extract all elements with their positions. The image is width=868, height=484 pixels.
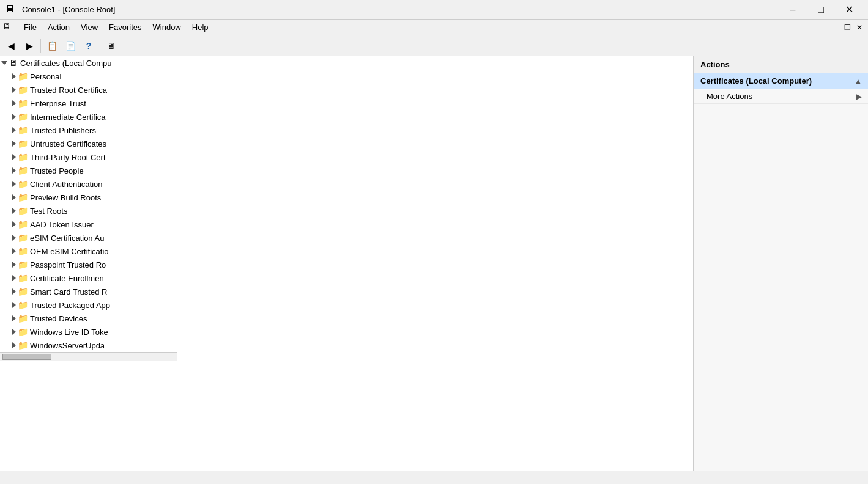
tree-label-aad: AAD Token Issuer	[30, 220, 94, 229]
chevron-right-icon: ▶	[856, 92, 862, 101]
menu-view[interactable]: View	[75, 21, 103, 34]
tree-label-trusted-root: Trusted Root Certifica	[30, 86, 107, 95]
tree-item-trusted-publishers[interactable]: Trusted Publishers	[0, 123, 177, 137]
tree-item-third-party[interactable]: Third-Party Root Cert	[0, 150, 177, 164]
root-expand-icon[interactable]	[1, 61, 7, 65]
tree-item-oem-esim[interactable]: OEM eSIM Certificatio	[0, 244, 177, 258]
forward-icon: ▶	[26, 41, 33, 51]
folder-icon-win-live	[18, 327, 28, 337]
tree-item-client-auth[interactable]: Client Authentication	[0, 177, 177, 191]
tree-label-preview: Preview Build Roots	[30, 193, 101, 202]
tree-item-enterprise-trust[interactable]: Enterprise Trust	[0, 97, 177, 110]
folder-icon-aad	[18, 219, 28, 229]
actions-section-label: Certificates (Local Computer)	[700, 76, 812, 86]
expand-icon-third-party[interactable]	[12, 154, 16, 160]
expand-icon-aad[interactable]	[12, 221, 16, 227]
show-hide-icon: 📋	[47, 41, 57, 51]
tree-item-trusted-devices[interactable]: Trusted Devices	[0, 312, 177, 325]
expand-icon-oem[interactable]	[12, 248, 16, 254]
expand-icon-smart-card[interactable]	[12, 288, 16, 295]
tree-item-windows-server[interactable]: WindowsServerUpda	[0, 339, 177, 352]
expand-icon-untrusted[interactable]	[12, 141, 16, 147]
expand-icon-test[interactable]	[12, 208, 16, 214]
chevron-up-icon: ▲	[855, 77, 862, 86]
tree-label-third-party: Third-Party Root Cert	[30, 153, 106, 162]
expand-icon-trusted-people[interactable]	[12, 167, 16, 174]
export-button[interactable]: 📄	[62, 38, 79, 54]
folder-icon-cert-enroll	[18, 273, 28, 283]
expand-icon-esim[interactable]	[12, 235, 16, 241]
expand-icon-preview[interactable]	[12, 194, 16, 200]
tree-label-win-server: WindowsServerUpda	[30, 341, 105, 350]
maximize-button[interactable]: □	[807, 0, 835, 20]
tree-panel[interactable]: 🖥 Certificates (Local Compu Personal Tru…	[0, 56, 177, 471]
tree-item-esim[interactable]: eSIM Certification Au	[0, 231, 177, 244]
tree-label-enterprise: Enterprise Trust	[30, 99, 86, 108]
menu-window[interactable]: Window	[147, 21, 187, 34]
folder-icon-trusted-people	[18, 166, 28, 175]
tree-item-aad-token[interactable]: AAD Token Issuer	[0, 218, 177, 231]
close-button[interactable]: ✕	[835, 0, 863, 20]
mdi-close-button[interactable]: ✕	[853, 21, 866, 34]
expand-icon-win-live[interactable]	[12, 329, 16, 335]
actions-section-header-certs[interactable]: Certificates (Local Computer) ▲	[694, 73, 868, 89]
folder-icon-win-server	[18, 340, 28, 350]
console-button[interactable]: 🖥	[103, 38, 120, 54]
title-bar-title: Console1 - [Console Root]	[22, 5, 115, 14]
toolbar: ◀ ▶ 📋 📄 ? 🖥	[0, 35, 868, 56]
tree-item-trusted-packaged[interactable]: Trusted Packaged App	[0, 298, 177, 312]
tree-label-intermediate: Intermediate Certifica	[30, 112, 106, 122]
menu-action[interactable]: Action	[42, 21, 75, 34]
tree-hscroll[interactable]	[0, 352, 177, 361]
menu-help[interactable]: Help	[187, 21, 214, 34]
back-icon: ◀	[8, 41, 15, 51]
tree-root-item[interactable]: 🖥 Certificates (Local Compu	[0, 56, 177, 70]
expand-icon-trusted-dev[interactable]	[12, 315, 16, 321]
tree-item-trusted-people[interactable]: Trusted People	[0, 164, 177, 177]
folder-icon-personal	[18, 72, 28, 81]
expand-icon-cert-enroll[interactable]	[12, 275, 16, 281]
mdi-restore-button[interactable]: ❐	[841, 21, 853, 34]
mdi-minimize-button[interactable]: –	[829, 21, 841, 34]
minimize-button[interactable]: –	[779, 0, 807, 20]
tree-item-trusted-root[interactable]: Trusted Root Certifica	[0, 83, 177, 97]
tree-item-cert-enrollment[interactable]: Certificate Enrollmen	[0, 271, 177, 285]
expand-icon-win-server[interactable]	[12, 342, 16, 348]
expand-icon-intermediate[interactable]	[12, 114, 16, 120]
tree-item-test-roots[interactable]: Test Roots	[0, 204, 177, 218]
hscroll-thumb[interactable]	[2, 354, 51, 360]
folder-icon-oem	[18, 246, 28, 256]
title-bar: 🖥 Console1 - [Console Root] – □ ✕	[0, 0, 868, 20]
expand-icon-enterprise[interactable]	[12, 100, 16, 106]
folder-icon-trusted-dev	[18, 314, 28, 323]
folder-icon-test	[18, 206, 28, 216]
folder-icon-trusted-pub	[18, 125, 28, 135]
tree-item-smart-card[interactable]: Smart Card Trusted R	[0, 285, 177, 298]
tree-label-oem: OEM eSIM Certificatio	[30, 247, 109, 256]
tree-label-trusted-pkg: Trusted Packaged App	[30, 301, 110, 310]
tree-item-windows-live[interactable]: Windows Live ID Toke	[0, 325, 177, 339]
expand-icon-trusted-pub[interactable]	[12, 127, 16, 133]
back-button[interactable]: ◀	[2, 38, 20, 54]
help-button[interactable]: ?	[80, 38, 97, 54]
folder-icon-trusted-pkg	[18, 300, 28, 310]
menu-favorites[interactable]: Favorites	[103, 21, 147, 34]
show-hide-button[interactable]: 📋	[43, 38, 61, 54]
tree-item-intermediate[interactable]: Intermediate Certifica	[0, 110, 177, 123]
tree-item-untrusted[interactable]: Untrusted Certificates	[0, 137, 177, 150]
tree-label-trusted-people: Trusted People	[30, 166, 84, 175]
expand-icon-personal[interactable]	[12, 73, 16, 79]
tree-item-passpoint[interactable]: Passpoint Trusted Ro	[0, 258, 177, 271]
menu-file[interactable]: File	[18, 21, 42, 34]
tree-item-preview-build[interactable]: Preview Build Roots	[0, 191, 177, 204]
folder-icon-enterprise	[18, 98, 28, 108]
folder-icon-smart-card	[18, 287, 28, 296]
forward-button[interactable]: ▶	[21, 38, 38, 54]
toolbar-separator-2	[100, 39, 100, 53]
expand-icon-trusted-root[interactable]	[12, 87, 16, 93]
expand-icon-trusted-pkg[interactable]	[12, 302, 16, 308]
expand-icon-passpoint[interactable]	[12, 262, 16, 268]
expand-icon-client-auth[interactable]	[12, 181, 16, 187]
tree-item-personal[interactable]: Personal	[0, 70, 177, 83]
more-actions-item[interactable]: More Actions ▶	[694, 89, 868, 104]
